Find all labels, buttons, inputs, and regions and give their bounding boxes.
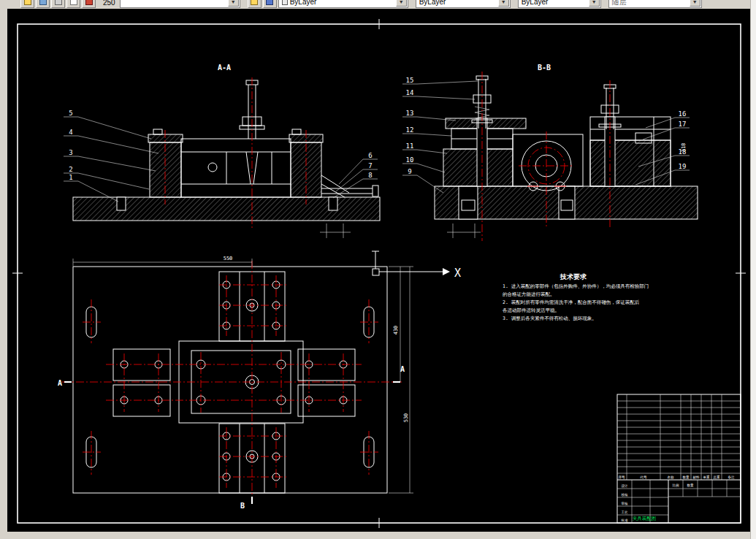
section-mark-a-right: A	[400, 365, 405, 373]
drawing-canvas[interactable]: A-A	[7, 9, 750, 532]
view-b-title: B-B	[538, 64, 551, 72]
save-icon[interactable]	[36, 0, 50, 8]
folder-icon	[24, 0, 31, 5]
plot-icon[interactable]	[51, 0, 65, 8]
layer-combo[interactable]: ▼	[120, 0, 240, 8]
balloon: 18	[679, 148, 687, 156]
balloon: 8	[368, 172, 372, 179]
color-swatch-icon	[282, 0, 288, 5]
axis-x-label: X	[454, 267, 461, 280]
color-combo-value: ByLayer	[290, 0, 317, 7]
sign-label: 审核	[622, 502, 629, 505]
tech-line: 3. 调整后各夹紧件不得有松动、损坏现象。	[503, 316, 597, 321]
balloon: 6	[368, 152, 372, 159]
section-view-a: A-A	[73, 64, 380, 238]
tech-line: 的合格证方能进行装配。	[503, 291, 555, 297]
tech-line: 2. 装配时所有零件均需清洗干净，配合面不得碰伤，保证装配后	[503, 299, 640, 305]
lineweight-combo-arrow-icon[interactable]: ▼	[589, 0, 600, 7]
lineweight-combo-value: ByLayer	[522, 0, 549, 7]
parts-col-header: 序号	[619, 475, 626, 479]
plotstyle-combo-value: 随层	[612, 0, 627, 7]
color-combo-arrow-icon[interactable]: ▼	[396, 0, 407, 7]
balloon: 17	[679, 121, 687, 128]
layers-icon	[251, 0, 258, 5]
balloon: 15	[406, 77, 414, 84]
balloon: 14	[406, 89, 414, 96]
balloon: 11	[406, 142, 414, 150]
doc-name: 夹具装配图	[633, 516, 657, 521]
balloon: 16	[679, 110, 687, 118]
plan-dim-top: 550	[224, 256, 233, 261]
section-mark-a-left: A	[58, 379, 62, 387]
plan-dim-right-inner: 430	[393, 326, 399, 335]
plotstyle-combo-arrow-icon[interactable]: ▼	[690, 0, 700, 7]
balloon: 9	[408, 168, 411, 175]
linetype-combo[interactable]: ByLayer ▼	[416, 0, 511, 8]
section-a-balloons: 5 4 3 2 1 6 7 8	[64, 110, 378, 202]
plotstyle-combo[interactable]: 随层 ▼	[608, 0, 702, 8]
tech-line: 1. 进入装配的零部件（包括外购件、外协件），均必须具有检验部门	[503, 283, 649, 289]
tech-requirements-title: 技术要求	[560, 273, 587, 280]
color-combo[interactable]: ByLayer ▼	[278, 0, 408, 8]
layer-combo-arrow-icon[interactable]: ▼	[228, 0, 239, 7]
balloon: 1	[69, 174, 72, 181]
axis-indicator: X	[372, 251, 461, 280]
balloon: 5	[69, 110, 72, 117]
printer-icon	[55, 0, 62, 5]
parts-col-header: 材料	[692, 475, 700, 480]
toolbar-row: 250 ▼ ByLayer ▼ ByLayer ▼ ByLayer ▼ 随层 ▼	[20, 0, 709, 8]
undo-icon[interactable]	[66, 0, 80, 8]
qty-label: 数量	[687, 483, 695, 487]
zoom-scale-value: 250	[103, 0, 115, 7]
scale-label: 比例	[673, 483, 680, 488]
lineweight-combo[interactable]: ByLayer ▼	[518, 0, 601, 8]
plan-view: 550 430 530 A A B	[58, 256, 413, 510]
balloon: 7	[368, 162, 372, 169]
balloon: 10	[406, 156, 414, 164]
parts-col-header: 名称	[668, 475, 675, 479]
view-a-title: A-A	[218, 64, 231, 72]
balloon: 19	[679, 163, 687, 170]
balloon: 2	[69, 166, 72, 173]
layer-state-icon	[266, 0, 273, 5]
parts-col-header: 总重	[713, 475, 721, 479]
redo-icon[interactable]	[82, 0, 96, 8]
mark-icon	[85, 0, 93, 5]
balloon: 4	[69, 129, 72, 136]
make-layer-current-icon[interactable]	[248, 0, 261, 8]
sign-label: 设计	[622, 483, 629, 488]
top-toolbar: 250 ▼ ByLayer ▼ ByLayer ▼ ByLayer ▼ 随层 ▼	[0, 0, 750, 9]
sign-label: 批准	[621, 519, 629, 522]
cad-drawing: A-A	[7, 9, 750, 532]
disk-icon	[39, 0, 47, 5]
title-block: 序号 代号 名称 数量 材料 单重 总重 备注 设计 校核 审核 工艺 批准 比…	[617, 394, 741, 523]
parts-col-header: 单重	[703, 475, 711, 479]
layer-previous-icon[interactable]	[263, 0, 277, 8]
balloon: 3	[69, 149, 72, 156]
sign-label: 工艺	[622, 510, 629, 514]
right-scrollbar[interactable]	[750, 0, 756, 539]
balloon: 12	[406, 126, 414, 134]
plan-dim-right-outer: 530	[403, 413, 409, 423]
linetype-combo-arrow-icon[interactable]: ▼	[498, 0, 509, 7]
parts-col-header: 数量	[683, 475, 690, 479]
tech-requirements: 技术要求 1. 进入装配的零部件（包括外购件、外协件），均必须具有检验部门 的合…	[503, 273, 649, 321]
section-view-b: B-B	[435, 64, 698, 241]
sign-label: 校核	[622, 493, 629, 497]
axis-arrowhead-icon	[443, 268, 450, 275]
status-strip	[0, 532, 750, 539]
open-icon[interactable]	[20, 0, 34, 8]
tech-line: 各运动部件运转灵活平稳。	[503, 307, 560, 313]
linetype-combo-value: ByLayer	[419, 0, 446, 7]
parts-col-header: 备注	[728, 475, 736, 479]
balloon: 13	[406, 110, 414, 117]
page-icon	[70, 0, 77, 5]
section-mark-b-bottom: B	[240, 502, 245, 510]
parts-col-header: 代号	[640, 475, 648, 479]
